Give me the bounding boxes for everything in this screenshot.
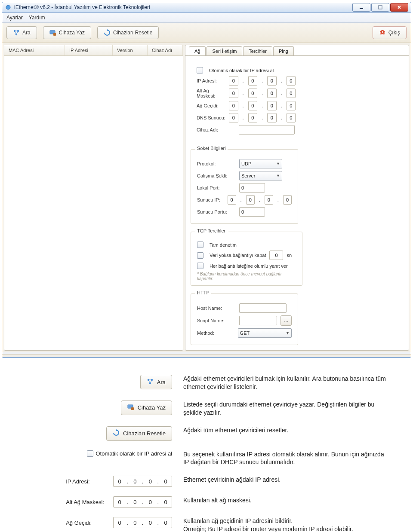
autoip-label: Otomatik olarak bir IP adresi al bbox=[209, 68, 274, 73]
sip-label: Sunucu IP: bbox=[197, 197, 224, 202]
doc-mask-desc: Kullanılan alt ağ maskesi. bbox=[183, 496, 387, 504]
mask-oct3[interactable]: 0 bbox=[267, 89, 276, 98]
tcp-idle-value[interactable]: 0 bbox=[269, 251, 283, 260]
autoip-checkbox[interactable] bbox=[197, 67, 203, 73]
proto-label: Protokol: bbox=[197, 161, 236, 166]
search-button[interactable]: Ara bbox=[6, 26, 37, 39]
dns-label: DNS Sunucu: bbox=[197, 115, 225, 120]
sip-oct4[interactable]: 0 bbox=[283, 195, 292, 205]
http-group: HTTP Host Name: Script Name: ... Method:… bbox=[191, 294, 298, 345]
col-ip[interactable]: IP Adresi bbox=[65, 45, 113, 55]
window-buttons bbox=[352, 3, 408, 12]
http-title: HTTP bbox=[195, 290, 211, 295]
dns-oct4[interactable]: 0 bbox=[287, 113, 296, 122]
sip-oct2[interactable]: 0 bbox=[246, 195, 255, 205]
mode-select[interactable]: Server▼ bbox=[239, 171, 282, 180]
devname-label: Cihaz Adı: bbox=[197, 127, 235, 132]
doc-search-button: Ara bbox=[140, 375, 172, 389]
dns-oct3[interactable]: 0 bbox=[267, 113, 276, 122]
lport-input[interactable]: 0 bbox=[239, 183, 265, 193]
mask-oct2[interactable]: 0 bbox=[248, 89, 257, 98]
exit-button-label: Çıkış bbox=[388, 30, 400, 36]
svg-rect-13 bbox=[131, 407, 134, 410]
minimize-button[interactable] bbox=[352, 3, 370, 12]
config-pane: Ağ Seri İletişim Tercihler Ping Otomatik… bbox=[185, 45, 409, 351]
doc-search-desc: Ağdaki ethernet çeviricileri bulmak için… bbox=[183, 375, 387, 391]
reset-icon bbox=[113, 429, 120, 437]
ip-oct3[interactable]: 0 bbox=[267, 76, 276, 86]
device-write-icon bbox=[49, 29, 56, 36]
host-label: Host Name: bbox=[197, 306, 236, 311]
col-version[interactable]: Version bbox=[113, 45, 148, 55]
tab-serial[interactable]: Seri İletişim bbox=[206, 46, 242, 55]
maximize-button[interactable] bbox=[371, 3, 389, 12]
mask-oct4[interactable]: 0 bbox=[287, 89, 296, 98]
exit-button[interactable]: Çıkış bbox=[373, 26, 407, 39]
app-icon bbox=[5, 4, 12, 11]
mask-oct1[interactable]: 0 bbox=[229, 89, 238, 98]
dns-oct1[interactable]: 0 bbox=[229, 113, 238, 122]
method-label: Method: bbox=[197, 330, 234, 336]
sip-oct1[interactable]: 0 bbox=[228, 195, 236, 205]
gw-oct4[interactable]: 0 bbox=[287, 101, 296, 110]
doc-gw-desc: Kullanılan ağ geçidinin IP adresini bild… bbox=[183, 517, 387, 532]
ip-oct1[interactable]: 0 bbox=[229, 76, 238, 86]
write-button[interactable]: Cihaza Yaz bbox=[43, 26, 91, 39]
app-window: iEthernet® v6.2 - İstanbul Yazılım ve El… bbox=[2, 2, 411, 358]
tcp-title: TCP Tercihleri bbox=[195, 228, 228, 233]
sport-input[interactable]: 0 bbox=[239, 207, 265, 217]
doc-autoip-desc: Bu seçenek kullanılırsa IP adresi otomat… bbox=[183, 450, 387, 467]
ip-settings: Otomatik olarak bir IP adresi al IP Adre… bbox=[191, 60, 302, 141]
device-list: MAC Adresi IP Adresi Version Cihaz Adı bbox=[4, 45, 183, 351]
ip-oct2[interactable]: 0 bbox=[248, 76, 257, 86]
col-devicename[interactable]: Cihaz Adı bbox=[148, 45, 183, 55]
sport-label: Sunucu Portu: bbox=[197, 209, 236, 214]
device-list-header: MAC Adresi IP Adresi Version Cihaz Adı bbox=[4, 45, 183, 56]
svg-rect-7 bbox=[53, 33, 56, 36]
doc-write-desc: Listede seçili durumdaki ethernet çeviri… bbox=[183, 401, 387, 417]
svg-rect-2 bbox=[379, 6, 382, 9]
doc-autoip: Otomatik olarak bir IP adresi al bbox=[87, 450, 173, 457]
close-button[interactable] bbox=[390, 3, 408, 12]
write-button-label: Cihaza Yaz bbox=[59, 30, 85, 36]
sip-oct3[interactable]: 0 bbox=[265, 195, 273, 205]
tcp-idle-label: Veri yoksa bağlantıyı kapat bbox=[210, 253, 266, 258]
docs: Ara Ağdaki ethernet çeviricileri bulmak … bbox=[26, 375, 387, 532]
ip-oct4[interactable]: 0 bbox=[287, 76, 296, 86]
tab-ping[interactable]: Ping bbox=[273, 46, 294, 55]
titlebar: iEthernet® v6.2 - İstanbul Yazılım ve El… bbox=[2, 2, 411, 13]
socket-group: Soket Bilgileri Protokol: UDP▼ Çalışma Ş… bbox=[191, 149, 298, 224]
tcp-hint: * Bağlantı kurulmadan önce mevcut bağlan… bbox=[197, 272, 296, 281]
doc-reset-desc: Ağdaki tüm ethernet çeviricileri resetle… bbox=[183, 426, 387, 434]
tcp-group: TCP Tercihleri Tam denetim Veri yoksa ba… bbox=[191, 232, 302, 286]
tcp-idle-checkbox[interactable] bbox=[197, 252, 203, 259]
gw-oct3[interactable]: 0 bbox=[267, 101, 276, 110]
menu-help[interactable]: Yardım bbox=[29, 15, 45, 21]
chevron-down-icon: ▼ bbox=[276, 162, 280, 166]
tab-network[interactable]: Ağ bbox=[189, 46, 206, 55]
menu-settings[interactable]: Ayarlar bbox=[6, 15, 23, 21]
method-select[interactable]: GET▼ bbox=[238, 328, 292, 338]
device-write-icon bbox=[127, 404, 134, 412]
dns-oct2[interactable]: 0 bbox=[248, 113, 257, 122]
socket-title: Soket Bilgileri bbox=[195, 146, 228, 151]
chevron-down-icon: ▼ bbox=[276, 174, 280, 178]
tcp-accept-checkbox[interactable] bbox=[197, 263, 203, 269]
col-mac[interactable]: MAC Adresi bbox=[4, 45, 65, 55]
statusbar bbox=[2, 354, 411, 357]
proto-select[interactable]: UDP▼ bbox=[239, 159, 282, 168]
host-input[interactable] bbox=[239, 303, 287, 313]
reset-button-label: Cihazları Resetle bbox=[113, 30, 152, 36]
tab-prefs[interactable]: Tercihler bbox=[243, 46, 272, 55]
reset-button[interactable]: Cihazları Resetle bbox=[97, 26, 159, 39]
script-input[interactable] bbox=[239, 316, 277, 325]
network-icon bbox=[147, 378, 154, 386]
gw-oct1[interactable]: 0 bbox=[229, 101, 238, 110]
doc-gw-field: Ağ Geçidi: 0. 0. 0. 0 bbox=[66, 517, 172, 528]
doc-mask-field: Alt Ağ Maskesi: 0. 0. 0. 0 bbox=[66, 496, 172, 508]
devname-input[interactable] bbox=[239, 125, 295, 135]
gw-oct2[interactable]: 0 bbox=[248, 101, 257, 110]
tcp-full-checkbox[interactable] bbox=[197, 242, 203, 248]
script-browse-button[interactable]: ... bbox=[280, 315, 292, 326]
exit-icon bbox=[379, 29, 386, 36]
